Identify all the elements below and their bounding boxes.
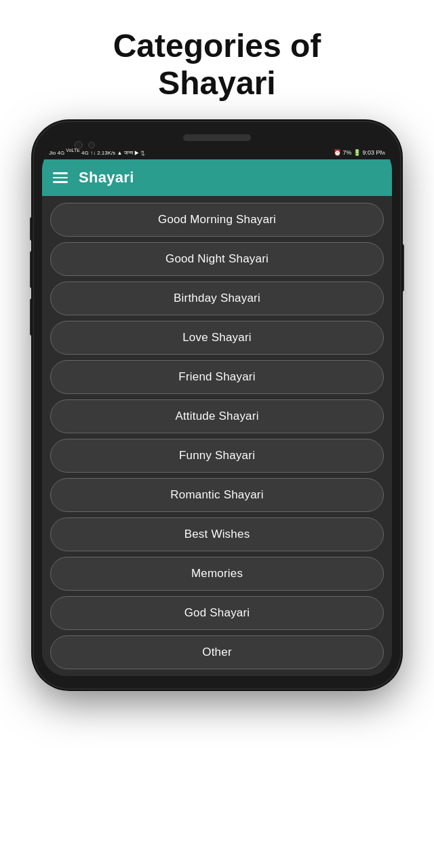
category-item-1[interactable]: Good Morning Shayari bbox=[50, 203, 384, 237]
phone-top-bar bbox=[42, 134, 392, 141]
phone-screen: Jio 4G VoLTE 4G ↑↓ 2.13K/s ▲ जन्म ▶ ⇅ ⏰ … bbox=[42, 145, 392, 676]
hamburger-menu-button[interactable] bbox=[53, 172, 68, 183]
front-sensor bbox=[88, 142, 95, 149]
category-list: Good Morning ShayariGood Night ShayariBi… bbox=[42, 196, 392, 676]
category-item-6[interactable]: Attitude Shayari bbox=[50, 399, 384, 433]
phone-camera-area bbox=[75, 141, 95, 149]
category-item-5[interactable]: Friend Shayari bbox=[50, 360, 384, 394]
volume-up-button bbox=[30, 251, 33, 288]
app-bar-title: Shayari bbox=[79, 169, 134, 186]
carrier-info: Jio 4G VoLTE 4G ↑↓ 2.13K/s ▲ जन्म ▶ ⇅ bbox=[49, 148, 145, 157]
status-left: Jio 4G VoLTE 4G ↑↓ 2.13K/s ▲ जन्म ▶ ⇅ bbox=[49, 148, 145, 157]
battery-info: ⏰ 7% 🔋 9:03 PM bbox=[334, 149, 385, 156]
hamburger-line-3 bbox=[53, 181, 68, 183]
app-bar: Shayari bbox=[42, 159, 392, 196]
volume-down-button bbox=[30, 298, 33, 336]
category-item-3[interactable]: Birthday Shayari bbox=[50, 281, 384, 315]
category-item-10[interactable]: Memories bbox=[50, 557, 384, 591]
hamburger-line-2 bbox=[53, 177, 68, 179]
category-item-7[interactable]: Funny Shayari bbox=[50, 439, 384, 473]
category-item-2[interactable]: Good Night Shayari bbox=[50, 242, 384, 276]
category-item-12[interactable]: Other bbox=[50, 635, 384, 669]
status-right: ⏰ 7% 🔋 9:03 PM bbox=[334, 149, 385, 156]
power-button bbox=[401, 244, 404, 292]
category-item-9[interactable]: Best Wishes bbox=[50, 517, 384, 551]
front-camera bbox=[75, 141, 83, 149]
phone-speaker bbox=[183, 134, 251, 141]
phone-mockup: Jio 4G VoLTE 4G ↑↓ 2.13K/s ▲ जन्म ▶ ⇅ ⏰ … bbox=[34, 122, 400, 688]
category-item-11[interactable]: God Shayari bbox=[50, 596, 384, 630]
hamburger-line-1 bbox=[53, 172, 68, 174]
category-item-8[interactable]: Romantic Shayari bbox=[50, 478, 384, 512]
volume-silent-button bbox=[30, 217, 33, 241]
category-item-4[interactable]: Love Shayari bbox=[50, 321, 384, 355]
phone-frame: Jio 4G VoLTE 4G ↑↓ 2.13K/s ▲ जन्म ▶ ⇅ ⏰ … bbox=[34, 122, 400, 688]
page-title: Categories of Shayari bbox=[73, 0, 362, 122]
